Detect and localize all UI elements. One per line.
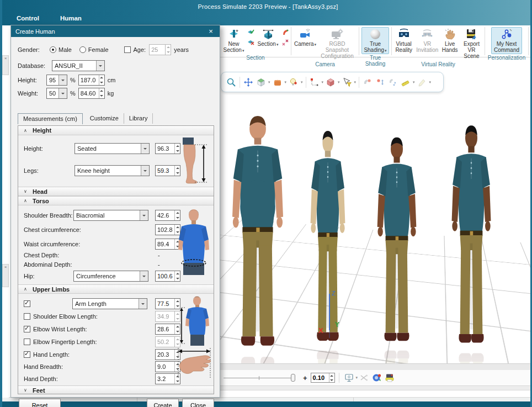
docked-panel-close-icon[interactable]: × [2,55,9,75]
human-figure-1[interactable] [223,110,292,353]
camera-icon [299,28,311,40]
entity-display-icon[interactable] [325,77,336,88]
human-figure-4[interactable] [440,120,502,350]
view-cube-icon[interactable] [256,77,267,88]
dialog-title-bar[interactable]: Create Human × [11,25,220,37]
weight-value-spinner[interactable]: 84.60 [78,88,105,99]
height-percentile-dropdown[interactable]: 95 [46,75,67,86]
shoulder-breadth-dropdown[interactable]: Biacromial [73,210,148,221]
section-header-feet[interactable]: ∨ Feet [18,385,214,394]
seated-height-spinner[interactable]: 96.3 [155,143,180,154]
dropdown-arrow-icon[interactable]: ▾ [322,80,324,84]
section-header-upper-limbs[interactable]: ∧ Upper Limbs [18,284,214,294]
chest-circumference-label: Chest circumference: [24,226,81,233]
remove-sections-icon[interactable] [247,38,255,46]
scale-value-spinner[interactable]: 0.10 [311,373,335,383]
dropdown-arrow-icon[interactable]: ▾ [429,80,432,84]
dropdown-arrow-icon[interactable]: ▾ [268,80,270,84]
viewport-3d[interactable]: Z X Y [220,93,531,363]
dropdown-arrow-icon[interactable]: ▾ [356,376,358,380]
age-spinner[interactable]: 25 [149,44,171,55]
camera-button[interactable]: Camera▾ [294,27,317,48]
dialog-close-button[interactable]: × [206,27,215,35]
reset-button[interactable]: Reset [19,399,61,407]
dropdown-arrow-icon[interactable]: ▾ [285,80,287,84]
legs-spinner[interactable]: 59.3 [155,165,180,176]
virtual-reality-button[interactable]: Virtual Reality [393,27,414,54]
selection-filter-icon[interactable] [342,77,353,88]
database-dropdown[interactable]: ANSUR_II [52,60,105,71]
create-button[interactable]: Create [147,399,179,407]
rgbd-snapshot-configuration-button[interactable]: RGBD Snapshot Configuration [318,27,357,61]
true-shading-button[interactable]: True Shading▾ [361,27,389,54]
hip-dropdown[interactable]: Circumference [73,271,148,282]
section-offset-icon[interactable] [281,38,289,46]
hand-length-checkbox[interactable] [24,351,30,358]
dropdown-arrow-icon[interactable]: ▾ [354,80,357,84]
menu-human[interactable]: Human [60,15,82,22]
collapse-icon[interactable]: ∧ [18,128,33,133]
zoom-slider-handle[interactable] [291,374,295,382]
vr-invitation-button[interactable]: VR Invitation [415,27,439,54]
my-next-command-icon [501,28,513,40]
measure-tool-icon[interactable] [400,77,411,88]
viewport-toolbar: ▾ ▾ ▾ ▾ ▾ ▾ ▾ ▾ [221,72,444,92]
live-hands-button[interactable]: Live Hands [440,27,459,54]
pan-view-icon[interactable] [243,77,254,88]
expand-icon[interactable]: ∨ [18,388,33,393]
close-button[interactable]: Close [182,399,214,407]
human-figure-3[interactable] [366,133,427,348]
paint-tool-icon[interactable] [417,77,428,88]
dropdown-arrow-icon[interactable]: ▾ [413,80,415,84]
show-sections-icon[interactable] [247,28,255,36]
female-radio[interactable] [79,46,86,53]
chest-depth-label: Chest Depth: [24,252,59,258]
arm-length-dropdown[interactable]: Arm Length [72,298,147,309]
seated-height-dropdown[interactable]: Seated [75,143,150,154]
age-checkbox[interactable] [124,46,131,53]
relocate-tool-icon[interactable] [375,77,386,88]
screen-view-button[interactable] [344,373,355,383]
docked-panel-close-icon-2[interactable]: × [2,264,9,287]
dropdown-arrow-icon[interactable]: ▾ [301,80,303,84]
section-button[interactable]: Section▾ [256,27,280,48]
zoom-slider[interactable] [224,374,295,382]
dropdown-arrow-icon[interactable]: ▾ [338,80,340,84]
section-curve-icon[interactable] [281,28,289,36]
section-header-torso[interactable]: ∧ Torso [18,196,214,205]
expand-icon[interactable]: ∨ [18,189,33,194]
shoulder-elbow-checkbox[interactable] [24,313,30,320]
tab-measurements[interactable]: Measurements (cm) [18,113,83,124]
placement-icon[interactable] [309,77,320,88]
height-value-spinner[interactable]: 187.0 [78,75,105,86]
print-snapshot-button[interactable] [384,373,395,383]
my-next-command-button[interactable]: My Next Command [491,27,522,54]
light-icon[interactable] [288,77,299,88]
zoom-icon[interactable] [226,77,237,88]
legs-dropdown[interactable]: Knee height [75,165,150,176]
section-header-head[interactable]: ∨ Head [18,187,214,196]
arm-length-checkbox[interactable] [24,300,30,307]
legs-label: Legs: [24,167,75,174]
section-header-height[interactable]: ∧ Height [18,126,214,135]
new-section-button[interactable]: New Section▾ [222,27,246,54]
display-style-icon[interactable] [272,77,283,88]
elbow-wrist-checkbox[interactable] [24,326,30,332]
attach-tool-icon[interactable] [362,77,373,88]
snap-tool-icon[interactable] [387,77,398,88]
weight-units-label: kg [108,90,114,97]
snapshot-camera-button[interactable] [371,373,382,383]
axis-x-label: X [318,326,323,335]
collapse-icon[interactable]: ∧ [18,198,33,203]
tab-library[interactable]: Library [124,113,153,124]
weight-percentile-dropdown[interactable]: 50 [46,88,67,99]
male-radio[interactable] [50,46,56,53]
clip-planes-button[interactable] [359,373,369,383]
tab-customize[interactable]: Customize [85,113,124,124]
menu-control[interactable]: Control [17,15,39,22]
viewport-lower-strip [220,385,531,390]
collapse-icon[interactable]: ∧ [18,287,33,292]
zoom-in-button[interactable]: + [303,374,307,382]
export-vr-scene-button[interactable]: Export VR Scene [460,27,483,61]
elbow-fingertip-checkbox[interactable] [24,339,30,345]
